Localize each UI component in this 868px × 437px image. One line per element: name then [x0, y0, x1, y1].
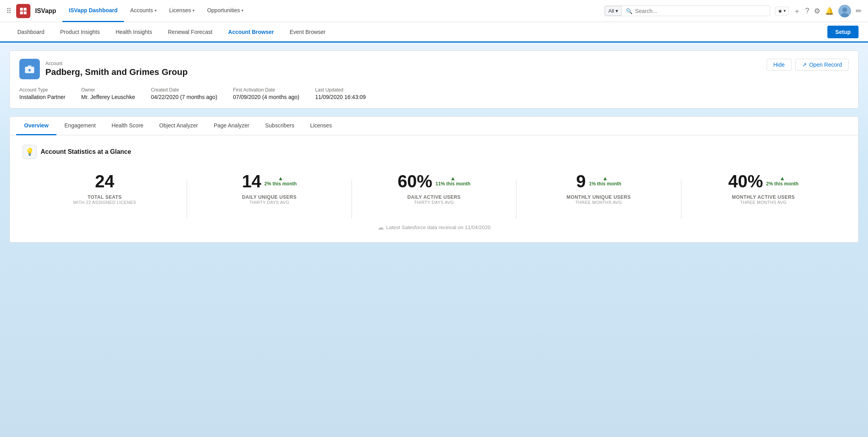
top-nav-actions: ★ ▾ ＋ ? ⚙ 🔔 ✏ [775, 5, 862, 17]
overview-tab-licenses[interactable]: Licenses [302, 117, 340, 135]
data-footer: ☁ Latest Salesforce data receival on 11/… [22, 219, 846, 233]
stats-header: 💡 Account Statistics at a Glance [22, 145, 846, 159]
secondary-tab-dashboard[interactable]: Dashboard [9, 22, 52, 43]
meta-first-activation-date: First Activation Date 07/09/2020 (4 mont… [233, 87, 299, 100]
nav-tab-opportunities[interactable]: Opportunities ▾ [201, 0, 250, 22]
stat-monthly-active-sublabel: THREE MONTHS AVG [740, 200, 787, 205]
licenses-dropdown-icon: ▾ [193, 8, 195, 13]
svg-rect-0 [20, 7, 23, 10]
nav-tab-licenses[interactable]: Licenses ▾ [163, 0, 201, 22]
open-record-button[interactable]: ↗ Open Record [795, 59, 849, 71]
stat-total-seats: 24 TOTAL SEATS WITH 22 ASSIGNED LICENES [22, 172, 187, 205]
stat-daily-active-sublabel: THIRTY DAYS AVG [414, 200, 454, 205]
setup-button[interactable]: Setup [827, 26, 859, 38]
overview-tab-bar: Overview Engagement Health Score Object … [10, 117, 858, 135]
notifications-icon[interactable]: 🔔 [825, 7, 834, 15]
help-icon[interactable]: ? [805, 7, 809, 15]
overview-tab-subscribers[interactable]: Subscribers [257, 117, 302, 135]
edit-icon[interactable]: ✏ [856, 7, 862, 15]
add-icon[interactable]: ＋ [793, 6, 801, 16]
grid-icon[interactable]: ⠿ [6, 7, 11, 15]
secondary-tab-health-insights[interactable]: Health Insights [108, 22, 160, 43]
main-nav-tabs: ISVapp Dashboard Accounts ▾ Licenses ▾ O… [62, 0, 600, 22]
secondary-tab-product-insights[interactable]: Product Insights [52, 22, 108, 43]
search-input[interactable] [635, 8, 766, 14]
meta-account-type: Account Type Installation Partner [19, 87, 65, 100]
stat-daily-active-label: DAILY ACTIVE USERS [407, 194, 460, 200]
stats-title: Account Statistics at a Glance [41, 148, 131, 155]
overview-section: Overview Engagement Health Score Object … [9, 116, 859, 243]
search-wrapper: All ▾ 🔍 [604, 6, 770, 16]
overview-tab-overview[interactable]: Overview [16, 117, 56, 135]
stats-card: 💡 Account Statistics at a Glance 24 TOTA… [10, 135, 858, 242]
overview-tab-page-analyzer[interactable]: Page Analyzer [206, 117, 257, 135]
star-icon: ★ [778, 8, 783, 14]
stat-total-seats-value: 24 [95, 172, 114, 191]
svg-point-5 [842, 7, 847, 12]
stat-daily-unique-users: 14 ▲ 2% this month DAILY UNIQUE USERS TH… [187, 172, 351, 205]
account-meta: Account Type Installation Partner Owner … [19, 87, 849, 100]
stat-monthly-active-value: 40% [728, 172, 763, 191]
stat-monthly-active-trend-text: 2% this month [766, 181, 799, 187]
favorites-button[interactable]: ★ ▾ [775, 7, 789, 15]
stat-monthly-unique-sublabel: THREE MONTHS AVG [576, 200, 622, 205]
app-logo [16, 4, 30, 18]
stat-monthly-active-users: 40% ▲ 2% this month MONTHLY ACTIVE USERS… [681, 172, 846, 205]
meta-last-updated: Last Updated 11/09/2020 16:43:09 [315, 87, 366, 100]
stats-lightbulb-icon: 💡 [22, 145, 37, 159]
trend-up-icon-4: ▲ [780, 176, 785, 181]
overview-tab-object-analyzer[interactable]: Object Analyzer [152, 117, 206, 135]
opportunities-dropdown-icon: ▾ [241, 8, 243, 13]
meta-created-date: Created Date 04/22/2020 (7 months ago) [151, 87, 217, 100]
top-navigation: ⠿ ISVapp ISVapp Dashboard Accounts ▾ Lic… [0, 0, 868, 22]
account-title-text: Account Padberg, Smith and Grimes Group [45, 61, 188, 77]
stat-total-seats-sublabel: WITH 22 ASSIGNED LICENES [73, 200, 136, 205]
stat-monthly-active-label: MONTHLY ACTIVE USERS [732, 194, 795, 200]
secondary-navigation: Dashboard Product Insights Health Insigh… [0, 22, 868, 43]
search-input-area: 🔍 [622, 6, 770, 16]
nav-tab-accounts[interactable]: Accounts ▾ [124, 0, 163, 22]
stat-total-seats-label: TOTAL SEATS [88, 194, 122, 200]
secondary-tab-event-browser[interactable]: Event Browser [282, 22, 333, 43]
settings-icon[interactable]: ⚙ [814, 7, 820, 15]
secondary-tab-renewal-forecast[interactable]: Renewal Forecast [160, 22, 221, 43]
search-icon: 🔍 [626, 8, 632, 14]
stat-monthly-active-trend: ▲ 2% this month [766, 172, 799, 187]
cloud-icon: ☁ [378, 224, 384, 231]
nav-tab-isvapp-dashboard[interactable]: ISVapp Dashboard [62, 0, 124, 22]
search-filter-arrow-icon: ▾ [615, 8, 618, 14]
account-header: Account Padberg, Smith and Grimes Group … [19, 59, 849, 79]
account-label: Account [45, 61, 188, 66]
user-avatar[interactable] [838, 5, 851, 17]
trend-up-icon-3: ▲ [602, 176, 608, 181]
search-filter-button[interactable]: All ▾ [605, 6, 622, 16]
account-title-block: Account Padberg, Smith and Grimes Group [19, 59, 188, 79]
stat-monthly-unique-trend: ▲ 1% this month [589, 172, 621, 187]
overview-tab-engagement[interactable]: Engagement [56, 117, 103, 135]
trend-up-icon-1: ▲ [278, 176, 283, 181]
stat-monthly-unique-trend-text: 1% this month [589, 181, 621, 187]
account-actions: Hide ↗ Open Record [767, 59, 849, 71]
favorites-dropdown-icon: ▾ [784, 8, 786, 13]
overview-tab-health-score[interactable]: Health Score [104, 117, 152, 135]
meta-owner: Owner Mr. Jefferey Leuschke [81, 87, 135, 100]
hide-button[interactable]: Hide [767, 59, 791, 71]
stat-daily-active-value: 60% [398, 172, 432, 191]
stat-daily-unique-sublabel: THIRTY DAYS AVG [249, 200, 289, 205]
stat-monthly-unique-users: 9 ▲ 1% this month MONTHLY UNIQUE USERS T… [516, 172, 681, 205]
svg-rect-1 [24, 7, 26, 10]
account-card: Account Padberg, Smith and Grimes Group … [9, 50, 859, 108]
svg-rect-2 [20, 11, 23, 14]
stat-daily-unique-value: 14 [242, 172, 261, 191]
accounts-dropdown-icon: ▾ [155, 8, 157, 13]
stat-daily-unique-trend-text: 2% this month [264, 181, 297, 187]
stat-daily-unique-trend: ▲ 2% this month [264, 172, 297, 187]
stat-monthly-unique-label: MONTHLY UNIQUE USERS [567, 194, 631, 200]
svg-rect-9 [29, 69, 31, 71]
secondary-tab-account-browser[interactable]: Account Browser [220, 22, 282, 43]
data-footer-text: Latest Salesforce data receival on 11/04… [386, 224, 491, 230]
svg-rect-3 [24, 11, 26, 14]
external-link-icon: ↗ [802, 62, 807, 68]
stat-daily-active-trend-text: 11% this month [436, 181, 471, 187]
stats-grid: 24 TOTAL SEATS WITH 22 ASSIGNED LICENES … [22, 172, 846, 219]
